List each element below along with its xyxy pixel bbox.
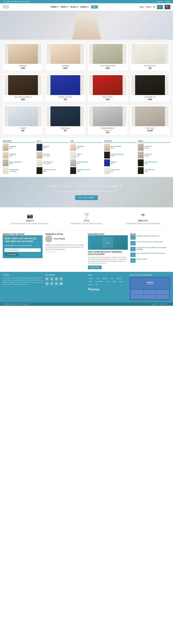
nav-buy[interactable]: BUY bbox=[91, 6, 98, 8]
cart-total: $0 bbox=[153, 6, 155, 8]
tag-jacket[interactable]: jacket bbox=[112, 280, 117, 283]
list-item[interactable]: BLACK DRESS$152 bbox=[104, 144, 136, 151]
newsletter-email-input[interactable] bbox=[4, 248, 41, 252]
tag-clothing[interactable]: clothing bbox=[116, 277, 122, 280]
product-img-inner bbox=[50, 75, 80, 95]
list-item[interactable]: 05AUG THIS IS THE OUTFIT OF THE SEASON bbox=[130, 241, 170, 246]
list-item[interactable]: WHITE SHIRT$446$119 bbox=[36, 160, 69, 166]
featured-price: $80 bbox=[111, 163, 117, 164]
list-item[interactable]: FUR COAT$1,400 bbox=[138, 144, 170, 151]
list-item[interactable]: WHITE SHIRT$446$119 bbox=[3, 167, 35, 174]
cart-button[interactable]: 🛒 bbox=[157, 5, 163, 9]
product-card-furcoat[interactable]: FUR COAT $1,600 bbox=[130, 105, 170, 135]
tag-fashion[interactable]: fashion bbox=[88, 277, 94, 280]
read-post-button[interactable]: READ POST bbox=[88, 266, 102, 269]
parallax-cta-button[interactable]: BUY THIS THEME! bbox=[75, 195, 98, 200]
nav-home[interactable]: HOME ▾ bbox=[51, 6, 58, 8]
list-item[interactable]: LINGERIE$60 bbox=[70, 144, 103, 151]
list-item[interactable]: BLAZER$60 bbox=[36, 144, 69, 151]
product-name: CARDIGAN bbox=[47, 127, 84, 129]
author-name: Coco Chanel bbox=[54, 238, 65, 240]
facebook-icon[interactable]: f bbox=[170, 303, 170, 305]
featured-thumb bbox=[36, 167, 42, 174]
nav-blog[interactable]: BLOG ▾ bbox=[70, 6, 78, 8]
tag-accessories[interactable]: accessories bbox=[94, 280, 104, 283]
product-card-pants[interactable]: RED PANTS $120 bbox=[88, 74, 128, 102]
list-item[interactable]: BOXER BRIEFS$15 bbox=[70, 160, 103, 166]
product-card-sweater[interactable]: WOOL SWEATHER $199 bbox=[88, 42, 128, 71]
blog-date: 13AUG bbox=[130, 252, 136, 257]
featured-price: $120 bbox=[9, 155, 16, 157]
camera-icon: 📷 bbox=[4, 213, 56, 219]
product-card-handbag[interactable]: LEATHER HANDBAG $450 bbox=[3, 74, 43, 102]
tag-pants[interactable]: pants bbox=[105, 280, 110, 283]
nav-pages[interactable]: PAGES ▾ bbox=[80, 6, 89, 8]
list-item[interactable]: PLAID SHIRT$75 bbox=[104, 167, 136, 174]
product-price: $450 bbox=[4, 98, 42, 100]
list-item[interactable]: LINGERIE$199 bbox=[3, 144, 35, 151]
list-item[interactable]: SHIRT$93 bbox=[70, 152, 103, 158]
login-link[interactable]: Login bbox=[139, 6, 144, 8]
blog-month: AUG bbox=[131, 249, 134, 250]
product-card-hat[interactable]: LEATHER HAT $490 bbox=[130, 74, 170, 102]
blog-date: 05NOV bbox=[130, 258, 136, 263]
list-item[interactable]: 13AUG VIVA LA FRANCE AS THEY SAY IN PARI… bbox=[130, 252, 170, 257]
featured-col-top: TOP LINGERIE$60 SHIRT$93 BOXER BRIEFS$15… bbox=[70, 140, 103, 175]
tag-apparel[interactable]: apparel bbox=[102, 277, 108, 280]
product-card-tshirt[interactable]: T-SHIRT $50 bbox=[3, 105, 43, 135]
product-card-boxer[interactable]: BOXER BRIEFS ★★★★★ $15 bbox=[88, 105, 128, 135]
list-item[interactable]: LEATHER JACKET$850 bbox=[36, 167, 69, 174]
product-card-cardigan[interactable]: CARDIGAN $70 bbox=[45, 105, 86, 135]
list-item[interactable]: LEATHER JACKET$850 bbox=[104, 152, 136, 158]
footer-pages-title: PAGES bbox=[3, 274, 43, 276]
list-item[interactable]: 05NOV URBAN HIPPIE bbox=[130, 258, 170, 263]
newsletter-subscribe-button[interactable]: SUBSCRIBE bbox=[4, 253, 18, 256]
product-price: $120 bbox=[89, 98, 126, 100]
cart-count: 0 Items bbox=[146, 6, 152, 8]
about-link[interactable]: About Us bbox=[156, 1, 163, 2]
logo[interactable]: ÜBER SHOP bbox=[3, 5, 9, 9]
product-card-shorts[interactable]: DENIM SHORTS $45 bbox=[45, 74, 86, 102]
product-img bbox=[4, 44, 42, 64]
tag-style[interactable]: style bbox=[110, 277, 114, 280]
list-item[interactable]: 09AUG COME WITH US (AND BRING YOUR EARTH… bbox=[130, 247, 170, 251]
product-card-lingerie2[interactable]: LINGERIE $120 bbox=[45, 42, 86, 71]
tag-hat[interactable]: hat bbox=[94, 284, 98, 286]
list-item[interactable]: LEATHER JACKET$80 bbox=[138, 160, 170, 166]
bottom-contact-link[interactable]: Contact bbox=[160, 303, 165, 305]
icon-title: BEAUTY bbox=[4, 220, 56, 222]
product-price: $70 bbox=[47, 130, 84, 132]
product-img-inner bbox=[50, 106, 80, 126]
featured-info: LINGERIE$199 bbox=[9, 146, 16, 149]
featured-name: SHORTS bbox=[111, 161, 117, 163]
product-price: $39 bbox=[131, 67, 169, 69]
product-card-lingerie1[interactable]: LINGERIE $199 bbox=[3, 42, 43, 71]
featured-name: PLAID SHIRT bbox=[111, 169, 120, 170]
list-item[interactable]: LINGERIE$120 bbox=[3, 152, 35, 158]
product-img-inner bbox=[93, 106, 123, 126]
list-item[interactable]: 17AUG SUMMER APPAREL UNDER $100 bbox=[130, 235, 170, 240]
twitter-icon[interactable]: 🐦 bbox=[166, 303, 168, 305]
list-item[interactable]: BLOUSE$600$150 bbox=[36, 152, 69, 158]
list-item[interactable]: SHORTS$80 bbox=[104, 160, 136, 166]
list-item[interactable]: WOOL SWEATER$199 bbox=[3, 160, 35, 166]
search-button[interactable]: 🔍 bbox=[164, 5, 170, 9]
list-item[interactable]: LEATHER JACKET$150 bbox=[70, 167, 103, 174]
contact-link[interactable]: Contact bbox=[165, 1, 170, 2]
product-name: WOOL SWEATHER bbox=[89, 65, 126, 67]
featured-price: $600$150 bbox=[43, 155, 50, 157]
list-item[interactable]: LEATHER HAT$490 bbox=[138, 167, 170, 174]
bottom-about-link[interactable]: About Us bbox=[152, 303, 158, 305]
featured-info: LEATHER HAT$490 bbox=[144, 169, 154, 172]
tag-boots[interactable]: boots bbox=[88, 280, 93, 283]
product-img bbox=[89, 44, 126, 64]
nav-shop[interactable]: SHOP ▾ bbox=[61, 6, 68, 8]
list-item[interactable]: FUR COAT$1,500 bbox=[138, 152, 170, 158]
tag-dress[interactable]: dress bbox=[118, 280, 124, 283]
product-card-shirt[interactable]: WHITE SHIRT $39 bbox=[130, 42, 170, 71]
tag-shop[interactable]: shop bbox=[96, 277, 100, 280]
tag-shoes[interactable]: shoes bbox=[88, 284, 93, 286]
blog-date: 09AUG bbox=[130, 247, 136, 251]
bottom-bar: ÜberShop WordPress Theme for only $50 Ab… bbox=[0, 302, 173, 306]
product-name: LEATHER HAT bbox=[131, 96, 169, 98]
